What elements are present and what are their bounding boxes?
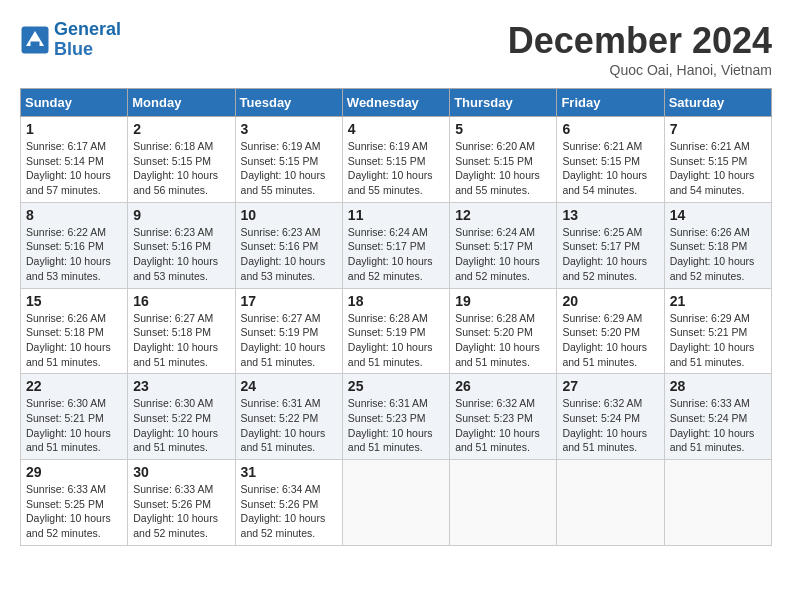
day-info: Sunrise: 6:19 AMSunset: 5:15 PMDaylight:… [241,139,337,198]
calendar-cell: 26Sunrise: 6:32 AMSunset: 5:23 PMDayligh… [450,374,557,460]
day-info: Sunrise: 6:23 AMSunset: 5:16 PMDaylight:… [133,225,229,284]
calendar-cell: 13Sunrise: 6:25 AMSunset: 5:17 PMDayligh… [557,202,664,288]
weekday-header-monday: Monday [128,89,235,117]
calendar-cell: 5Sunrise: 6:20 AMSunset: 5:15 PMDaylight… [450,117,557,203]
day-info: Sunrise: 6:20 AMSunset: 5:15 PMDaylight:… [455,139,551,198]
day-number: 27 [562,378,658,394]
weekday-header-thursday: Thursday [450,89,557,117]
day-number: 18 [348,293,444,309]
calendar-cell: 12Sunrise: 6:24 AMSunset: 5:17 PMDayligh… [450,202,557,288]
day-number: 28 [670,378,766,394]
calendar-cell [450,460,557,546]
calendar-cell: 24Sunrise: 6:31 AMSunset: 5:22 PMDayligh… [235,374,342,460]
day-number: 21 [670,293,766,309]
day-number: 29 [26,464,122,480]
day-info: Sunrise: 6:21 AMSunset: 5:15 PMDaylight:… [562,139,658,198]
day-info: Sunrise: 6:28 AMSunset: 5:19 PMDaylight:… [348,311,444,370]
calendar-cell [557,460,664,546]
day-info: Sunrise: 6:17 AMSunset: 5:14 PMDaylight:… [26,139,122,198]
day-number: 31 [241,464,337,480]
day-number: 6 [562,121,658,137]
day-info: Sunrise: 6:31 AMSunset: 5:23 PMDaylight:… [348,396,444,455]
weekday-header-tuesday: Tuesday [235,89,342,117]
day-info: Sunrise: 6:32 AMSunset: 5:24 PMDaylight:… [562,396,658,455]
logo-text: General Blue [54,20,121,60]
day-number: 8 [26,207,122,223]
day-number: 24 [241,378,337,394]
day-info: Sunrise: 6:22 AMSunset: 5:16 PMDaylight:… [26,225,122,284]
day-number: 10 [241,207,337,223]
day-number: 30 [133,464,229,480]
day-info: Sunrise: 6:23 AMSunset: 5:16 PMDaylight:… [241,225,337,284]
calendar-cell: 28Sunrise: 6:33 AMSunset: 5:24 PMDayligh… [664,374,771,460]
logo-icon [20,25,50,55]
page-header: General Blue December 2024 Quoc Oai, Han… [20,20,772,78]
day-number: 25 [348,378,444,394]
day-info: Sunrise: 6:21 AMSunset: 5:15 PMDaylight:… [670,139,766,198]
calendar-cell: 10Sunrise: 6:23 AMSunset: 5:16 PMDayligh… [235,202,342,288]
calendar-cell: 8Sunrise: 6:22 AMSunset: 5:16 PMDaylight… [21,202,128,288]
title-block: December 2024 Quoc Oai, Hanoi, Vietnam [508,20,772,78]
calendar-cell: 20Sunrise: 6:29 AMSunset: 5:20 PMDayligh… [557,288,664,374]
day-number: 7 [670,121,766,137]
day-info: Sunrise: 6:30 AMSunset: 5:21 PMDaylight:… [26,396,122,455]
calendar-cell [342,460,449,546]
calendar-cell: 21Sunrise: 6:29 AMSunset: 5:21 PMDayligh… [664,288,771,374]
day-number: 5 [455,121,551,137]
calendar-cell: 22Sunrise: 6:30 AMSunset: 5:21 PMDayligh… [21,374,128,460]
calendar-cell: 15Sunrise: 6:26 AMSunset: 5:18 PMDayligh… [21,288,128,374]
calendar-cell: 18Sunrise: 6:28 AMSunset: 5:19 PMDayligh… [342,288,449,374]
calendar-week-row: 1Sunrise: 6:17 AMSunset: 5:14 PMDaylight… [21,117,772,203]
calendar-week-row: 29Sunrise: 6:33 AMSunset: 5:25 PMDayligh… [21,460,772,546]
day-info: Sunrise: 6:33 AMSunset: 5:26 PMDaylight:… [133,482,229,541]
weekday-header-wednesday: Wednesday [342,89,449,117]
calendar-cell: 19Sunrise: 6:28 AMSunset: 5:20 PMDayligh… [450,288,557,374]
svg-rect-2 [31,41,40,49]
calendar-cell: 29Sunrise: 6:33 AMSunset: 5:25 PMDayligh… [21,460,128,546]
day-number: 2 [133,121,229,137]
calendar-week-row: 15Sunrise: 6:26 AMSunset: 5:18 PMDayligh… [21,288,772,374]
logo: General Blue [20,20,121,60]
calendar-cell: 1Sunrise: 6:17 AMSunset: 5:14 PMDaylight… [21,117,128,203]
day-number: 3 [241,121,337,137]
calendar-cell: 4Sunrise: 6:19 AMSunset: 5:15 PMDaylight… [342,117,449,203]
calendar-cell: 17Sunrise: 6:27 AMSunset: 5:19 PMDayligh… [235,288,342,374]
day-info: Sunrise: 6:27 AMSunset: 5:19 PMDaylight:… [241,311,337,370]
day-info: Sunrise: 6:29 AMSunset: 5:20 PMDaylight:… [562,311,658,370]
day-info: Sunrise: 6:29 AMSunset: 5:21 PMDaylight:… [670,311,766,370]
day-number: 26 [455,378,551,394]
day-number: 1 [26,121,122,137]
calendar-cell: 7Sunrise: 6:21 AMSunset: 5:15 PMDaylight… [664,117,771,203]
calendar-cell: 14Sunrise: 6:26 AMSunset: 5:18 PMDayligh… [664,202,771,288]
day-info: Sunrise: 6:19 AMSunset: 5:15 PMDaylight:… [348,139,444,198]
day-number: 20 [562,293,658,309]
day-number: 23 [133,378,229,394]
day-info: Sunrise: 6:25 AMSunset: 5:17 PMDaylight:… [562,225,658,284]
day-info: Sunrise: 6:24 AMSunset: 5:17 PMDaylight:… [348,225,444,284]
logo-line2: Blue [54,39,93,59]
location-subtitle: Quoc Oai, Hanoi, Vietnam [508,62,772,78]
calendar-cell: 30Sunrise: 6:33 AMSunset: 5:26 PMDayligh… [128,460,235,546]
day-number: 15 [26,293,122,309]
day-info: Sunrise: 6:32 AMSunset: 5:23 PMDaylight:… [455,396,551,455]
day-number: 17 [241,293,337,309]
calendar-week-row: 8Sunrise: 6:22 AMSunset: 5:16 PMDaylight… [21,202,772,288]
day-info: Sunrise: 6:34 AMSunset: 5:26 PMDaylight:… [241,482,337,541]
calendar-cell: 6Sunrise: 6:21 AMSunset: 5:15 PMDaylight… [557,117,664,203]
day-info: Sunrise: 6:26 AMSunset: 5:18 PMDaylight:… [26,311,122,370]
day-number: 22 [26,378,122,394]
day-number: 9 [133,207,229,223]
calendar-week-row: 22Sunrise: 6:30 AMSunset: 5:21 PMDayligh… [21,374,772,460]
calendar-cell: 23Sunrise: 6:30 AMSunset: 5:22 PMDayligh… [128,374,235,460]
weekday-header-sunday: Sunday [21,89,128,117]
calendar-cell: 25Sunrise: 6:31 AMSunset: 5:23 PMDayligh… [342,374,449,460]
day-number: 14 [670,207,766,223]
day-info: Sunrise: 6:31 AMSunset: 5:22 PMDaylight:… [241,396,337,455]
weekday-header-saturday: Saturday [664,89,771,117]
day-number: 4 [348,121,444,137]
day-number: 11 [348,207,444,223]
calendar-cell [664,460,771,546]
day-number: 13 [562,207,658,223]
day-info: Sunrise: 6:18 AMSunset: 5:15 PMDaylight:… [133,139,229,198]
calendar-cell: 31Sunrise: 6:34 AMSunset: 5:26 PMDayligh… [235,460,342,546]
